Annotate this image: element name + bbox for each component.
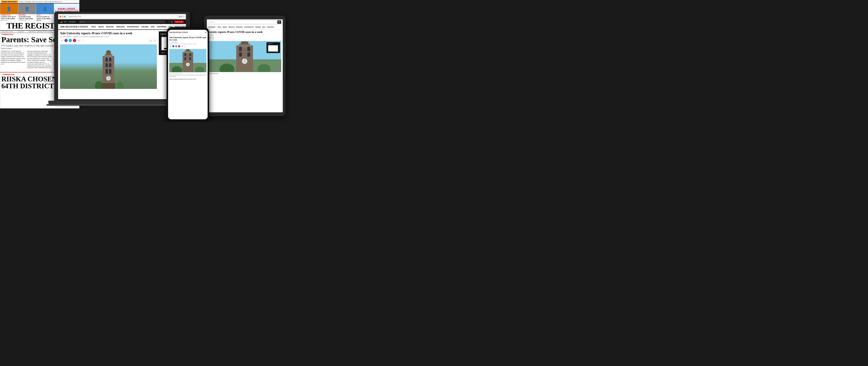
svg-point-14 xyxy=(117,82,124,89)
subscribe-button[interactable]: Subscribe xyxy=(174,21,184,23)
tablet-search-input[interactable]: Search xyxy=(208,20,276,24)
tablet-nav-business[interactable]: Business xyxy=(228,26,235,28)
hero-cell-3-label: NCAA xyxy=(36,14,54,16)
share-email-icon[interactable]: ✉ xyxy=(60,39,64,42)
byline-updated: Updated 12:14 am EST, Monday, November 2… xyxy=(73,36,108,37)
font-size-icon[interactable]: A xyxy=(153,39,157,42)
site-topbar-social-icons: 𝕏 ◉ xyxy=(168,21,173,23)
tablet-article-image: A guide to c xyxy=(208,41,281,72)
hero-cell-1-kicker: News » A5 xyxy=(0,20,18,21)
nav-item-entertainment[interactable]: Entertainment xyxy=(126,26,140,28)
phone-img-caption: Photo: Dreamstine / TNS xyxy=(169,73,207,74)
tablet-share-row: 🖨 A xyxy=(208,37,281,40)
share-more-icon[interactable]: ⋯ xyxy=(81,39,85,42)
share-facebook-icon[interactable]: f xyxy=(64,39,68,42)
newspaper-price: 75 CENTS xyxy=(17,31,24,32)
phone-menu-icon[interactable]: ≡ xyxy=(205,31,207,34)
tablet-nav-classifieds[interactable]: Classifieds xyxy=(266,26,275,28)
svg-rect-20 xyxy=(241,42,248,44)
tablet-nav-sports[interactable]: Sports xyxy=(222,26,228,28)
tablet-body: Search 🔍 CITIZEN News Sports Business Ob… xyxy=(204,16,285,116)
browser-icons: ◀ ▶ ↻ xyxy=(179,16,184,18)
hero-cell-3-headline: UConn women to return to the White House xyxy=(36,16,54,21)
newspaper-facebook: FACEBOOK.COM/REGISTERCITIZEN xyxy=(28,31,52,32)
nav-item-lifestyle[interactable]: Lifestyle xyxy=(140,26,150,28)
newspaper-date: Friday, May 6, 2016 xyxy=(1,31,13,32)
newspaper-hero-cell-3: 👤 NCAA UConn women to return to the Whit… xyxy=(36,3,54,21)
tablet-nav-jobs[interactable]: Jobs xyxy=(261,26,266,28)
hero-cell-1-headline: Lockbox won't go to voters in November xyxy=(0,16,18,20)
byline-author: By Josh LaBella xyxy=(60,36,71,37)
phone-article: Yale University reports 39 new COVID cas… xyxy=(168,35,208,81)
newspaper-hero-cell-1: 👤 CONNECTICUT Lockbox won't go to voters… xyxy=(0,3,18,21)
svg-rect-4 xyxy=(105,58,108,61)
site-topbar-temp: 33°F xyxy=(64,21,67,23)
svg-rect-25 xyxy=(247,53,250,57)
browser-dots xyxy=(60,16,65,18)
laptop-article-headline: Yale University reports 39 new COVID cas… xyxy=(60,31,157,35)
share-twitter-icon[interactable]: 𝕏 xyxy=(68,39,72,42)
nav-item-news[interactable]: News xyxy=(90,26,97,28)
newspaper-body-col-2: tend upcoming Board of Education meeting… xyxy=(27,50,52,70)
svg-rect-37 xyxy=(184,54,186,56)
phone-share-more[interactable]: ⋯ xyxy=(184,45,186,48)
svg-rect-8 xyxy=(105,69,108,74)
nav-item-jobs[interactable]: Jobs xyxy=(150,26,156,28)
nav-item-obituaries[interactable]: Obituaries xyxy=(115,26,126,28)
share-icons-left: ✉ f 𝕏 𝓟 ⊕ ⋯ xyxy=(60,39,85,42)
phone-logo: THE REGISTER CITIZEN xyxy=(169,32,188,33)
svg-rect-9 xyxy=(109,69,111,74)
bonus-badge: Today's web bonus » xyxy=(1,1,18,3)
hero-cell-2-kicker: Opinion » A6 xyxy=(18,20,36,21)
tablet-nav-entertainment[interactable]: Entertainment xyxy=(244,26,254,28)
tablet-share-font[interactable]: A xyxy=(212,37,214,39)
phone-share-reddit[interactable]: ⊕ xyxy=(181,45,183,48)
site-topbar-location: Torrington xyxy=(69,21,76,23)
nav-item-sports[interactable]: Sports xyxy=(97,26,105,28)
svg-rect-40 xyxy=(189,58,191,60)
tablet-search-button[interactable]: 🔍 xyxy=(277,20,281,24)
tablet-nav-news[interactable]: News xyxy=(217,26,222,28)
phone-share-row: ✉ f 𝕏 𝓟 ⊕ ⋯ xyxy=(169,45,207,48)
nav-item-business[interactable]: Business xyxy=(105,26,115,28)
phone-share-fb[interactable]: f xyxy=(172,45,175,48)
tablet-nav: CITIZEN News Sports Business Obituaries … xyxy=(207,25,283,29)
svg-point-13 xyxy=(95,81,103,89)
share-pinterest-icon[interactable]: 𝓟 xyxy=(73,39,76,42)
phone-share-email[interactable]: ✉ xyxy=(169,45,172,48)
site-topbar-search[interactable]: Search xyxy=(79,20,165,23)
phone-article-updated: Updated 12:14 am EST, Monday, November 2… xyxy=(169,43,207,44)
rss-icon: ◉ xyxy=(171,21,173,23)
laptop-article-main: Yale University reports 39 new COVID cas… xyxy=(60,31,157,98)
site-logo: THE REGISTER CITIZEN xyxy=(60,25,88,28)
phone-article-image xyxy=(169,49,207,72)
svg-marker-3 xyxy=(106,50,111,51)
newspaper-hero-cell-2: 👤 EDITORIAL A Donald Trump reboot? Impos… xyxy=(18,3,36,21)
svg-marker-21 xyxy=(241,41,248,42)
phone-body: THE REGISTER CITIZEN ≡ Yale University r… xyxy=(166,27,209,122)
phone-screen: THE REGISTER CITIZEN ≡ Yale University r… xyxy=(168,30,208,119)
browser-dot-yellow xyxy=(62,16,63,18)
share-reddit-icon[interactable]: ⊕ xyxy=(77,39,81,42)
tablet-nav-lifestyle[interactable]: Lifestyle xyxy=(254,26,261,28)
svg-marker-36 xyxy=(186,49,190,49)
tablet: Search 🔍 CITIZEN News Sports Business Ob… xyxy=(204,16,285,116)
browser-url-bar[interactable]: registercitizen.com xyxy=(67,15,177,18)
laptop-article-image xyxy=(60,44,157,89)
newspaper-body-col-1: TORRINGTON » As the Board of Education s… xyxy=(1,50,26,70)
svg-rect-33 xyxy=(183,52,193,72)
phone-article-byline: By Josh LaBella xyxy=(169,42,207,43)
phone-article-headline: Yale University reports 39 new COVID cas… xyxy=(169,36,207,41)
phone-share-tw[interactable]: 𝕏 xyxy=(175,45,177,48)
phone-share-pin[interactable]: 𝓟 xyxy=(178,45,180,48)
tablet-article-headline: iversity reports 39 new COVID cases in a… xyxy=(208,31,281,34)
phone-nav: THE REGISTER CITIZEN ≡ xyxy=(168,30,208,35)
tablet-nav-obituaries[interactable]: Obituaries xyxy=(236,26,244,28)
nav-item-classifieds[interactable]: Classifieds xyxy=(156,26,167,28)
tablet-article-byline: r 2, 2020 xyxy=(208,34,281,36)
laptop-article-byline: By Josh LaBella Updated 12:14 am EST, Mo… xyxy=(60,36,157,37)
tablet-article-body: How to use the n xyxy=(208,73,281,74)
print-icon[interactable]: 🖨 xyxy=(149,39,153,42)
tablet-sidebar-ad: A guide to c xyxy=(267,42,280,53)
svg-rect-5 xyxy=(109,58,111,61)
